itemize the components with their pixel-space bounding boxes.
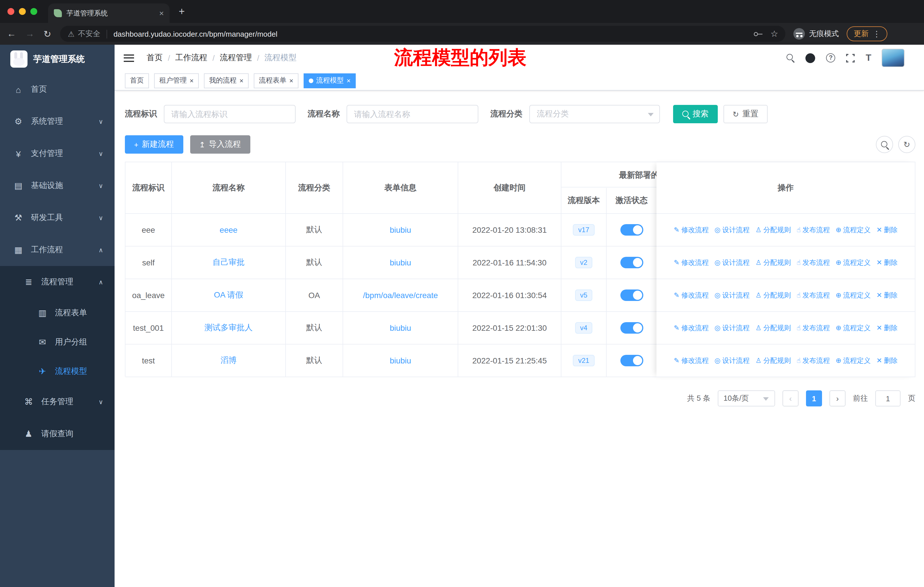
action-assign-link[interactable]: ♙分配规则	[755, 225, 791, 235]
action-assign-link[interactable]: ♙分配规则	[755, 258, 791, 268]
page-size-select[interactable]: 10条/页	[718, 390, 775, 407]
sidebar-item-process-manage[interactable]: ≣流程管理∧	[0, 266, 115, 298]
active-switch[interactable]	[620, 257, 643, 268]
goto-page-input[interactable]	[875, 390, 901, 407]
window-minimize-button[interactable]	[19, 8, 26, 15]
form-info-link[interactable]: biubiu	[390, 356, 411, 365]
refresh-table-button[interactable]: ↻	[898, 136, 916, 153]
sidebar-item-dashboard[interactable]: ⌂首页	[0, 73, 115, 106]
action-edit-link[interactable]: ✎修改流程	[674, 356, 709, 365]
browser-menu-icon[interactable]: ⋮	[873, 29, 881, 38]
tags-view-item[interactable]: 流程模型×	[304, 73, 356, 88]
form-info-link[interactable]: /bpm/oa/leave/create	[363, 291, 438, 300]
form-info-link[interactable]: biubiu	[390, 323, 411, 332]
tags-view-item[interactable]: 流程表单×	[254, 73, 299, 88]
action-edit-link[interactable]: ✎修改流程	[674, 225, 709, 235]
window-close-button[interactable]	[7, 8, 14, 15]
active-switch[interactable]	[620, 355, 643, 366]
process-name-link[interactable]: OA 请假	[214, 290, 243, 300]
sidebar-item-infrastructure[interactable]: ▤基础设施∨	[0, 170, 115, 202]
action-delete-link[interactable]: ✕删除	[876, 356, 898, 365]
tags-view-item[interactable]: 首页	[125, 73, 149, 88]
close-icon[interactable]: ×	[239, 76, 243, 84]
font-size-icon[interactable]: T	[866, 53, 871, 63]
address-bar[interactable]: ⚠ 不安全 dashboard.yudao.iocoder.cn/bpm/man…	[60, 26, 785, 42]
sidebar-item-form[interactable]: ▥流程表单	[0, 298, 115, 327]
breadcrumb-item[interactable]: 工作流程	[175, 53, 207, 63]
github-icon[interactable]	[805, 53, 815, 63]
action-publish-link[interactable]: ☝发布流程	[797, 258, 830, 268]
action-delete-link[interactable]: ✕删除	[876, 225, 898, 235]
action-assign-link[interactable]: ♙分配规则	[755, 356, 791, 365]
password-key-icon[interactable]	[754, 30, 762, 38]
action-delete-link[interactable]: ✕删除	[876, 323, 898, 333]
sidebar-item-leave[interactable]: ♟请假查询	[0, 418, 115, 450]
sidebar-item-user-group[interactable]: ✉用户分组	[0, 327, 115, 357]
help-icon[interactable]: ?	[826, 53, 835, 63]
action-definition-link[interactable]: ⊕流程定义	[836, 290, 871, 300]
action-delete-link[interactable]: ✕删除	[876, 290, 898, 300]
hamburger-icon[interactable]	[124, 54, 134, 62]
action-design-link[interactable]: ◎设计流程	[714, 258, 749, 268]
action-design-link[interactable]: ◎设计流程	[714, 225, 749, 235]
form-info-link[interactable]: biubiu	[390, 225, 411, 235]
window-zoom-button[interactable]	[30, 8, 37, 15]
close-icon[interactable]: ×	[346, 76, 351, 84]
action-publish-link[interactable]: ☝发布流程	[797, 356, 830, 365]
action-publish-link[interactable]: ☝发布流程	[797, 225, 830, 235]
active-switch[interactable]	[620, 289, 643, 301]
import-process-button[interactable]: ↥ 导入流程	[190, 135, 250, 154]
prev-page-button[interactable]: ‹	[782, 390, 799, 407]
action-design-link[interactable]: ◎设计流程	[714, 290, 749, 300]
close-icon[interactable]: ×	[190, 76, 194, 84]
next-page-button[interactable]: ›	[830, 390, 845, 407]
action-publish-link[interactable]: ☝发布流程	[797, 290, 830, 300]
process-name-link[interactable]: 自己审批	[213, 257, 244, 268]
sidebar-item-workflow[interactable]: ▦工作流程∧	[0, 234, 115, 266]
action-edit-link[interactable]: ✎修改流程	[674, 323, 709, 333]
reload-icon[interactable]: ↻	[43, 28, 51, 39]
process-name-link[interactable]: 滔博	[221, 356, 237, 366]
form-info-link[interactable]: biubiu	[390, 258, 411, 267]
bookmark-star-icon[interactable]: ☆	[771, 29, 778, 39]
action-delete-link[interactable]: ✕删除	[876, 258, 898, 268]
action-definition-link[interactable]: ⊕流程定义	[836, 323, 871, 333]
tab-close-icon[interactable]: ×	[159, 8, 164, 18]
user-avatar[interactable]	[882, 49, 904, 67]
back-icon[interactable]: ←	[7, 29, 16, 39]
action-publish-link[interactable]: ☝发布流程	[797, 323, 830, 333]
action-design-link[interactable]: ◎设计流程	[714, 323, 749, 333]
process-id-input[interactable]	[164, 105, 295, 123]
new-tab-button[interactable]: +	[179, 5, 185, 18]
action-definition-link[interactable]: ⊕流程定义	[836, 356, 871, 365]
action-definition-link[interactable]: ⊕流程定义	[836, 258, 871, 268]
sidebar-item-payment[interactable]: ¥支付管理∨	[0, 137, 115, 170]
process-name-link[interactable]: 测试多审批人	[205, 323, 252, 333]
action-assign-link[interactable]: ♙分配规则	[755, 290, 791, 300]
tags-view-item[interactable]: 我的流程×	[204, 73, 249, 88]
close-icon[interactable]: ×	[289, 76, 293, 84]
toggle-search-button[interactable]	[876, 136, 893, 153]
breadcrumb-item[interactable]: 首页	[147, 53, 163, 63]
forward-icon[interactable]: →	[25, 29, 35, 39]
browser-tab[interactable]: 芋道管理系统 ×	[48, 3, 170, 23]
process-name-input[interactable]	[346, 105, 478, 123]
reset-button[interactable]: ↻ 重置	[723, 105, 767, 123]
search-icon[interactable]	[787, 54, 795, 62]
action-design-link[interactable]: ◎设计流程	[714, 356, 749, 365]
fullscreen-icon[interactable]	[846, 54, 855, 62]
page-number-button[interactable]: 1	[806, 390, 822, 407]
browser-update-button[interactable]: 更新 ⋮	[847, 26, 888, 41]
active-switch[interactable]	[620, 224, 643, 236]
sidebar-item-gear[interactable]: ⚙系统管理∨	[0, 106, 115, 137]
search-button[interactable]: 搜索	[673, 105, 718, 123]
sidebar-item-task[interactable]: ⌘任务管理∨	[0, 386, 115, 418]
sidebar-item-process-model[interactable]: ✈流程模型	[0, 357, 115, 386]
tags-view-item[interactable]: 租户管理×	[154, 73, 199, 88]
process-category-select[interactable]: 流程分类	[529, 105, 660, 123]
action-assign-link[interactable]: ♙分配规则	[755, 323, 791, 333]
breadcrumb-item[interactable]: 流程管理	[220, 53, 252, 63]
active-switch[interactable]	[620, 322, 643, 334]
sidebar-item-devtools[interactable]: ⚒研发工具∨	[0, 202, 115, 234]
action-edit-link[interactable]: ✎修改流程	[674, 290, 709, 300]
